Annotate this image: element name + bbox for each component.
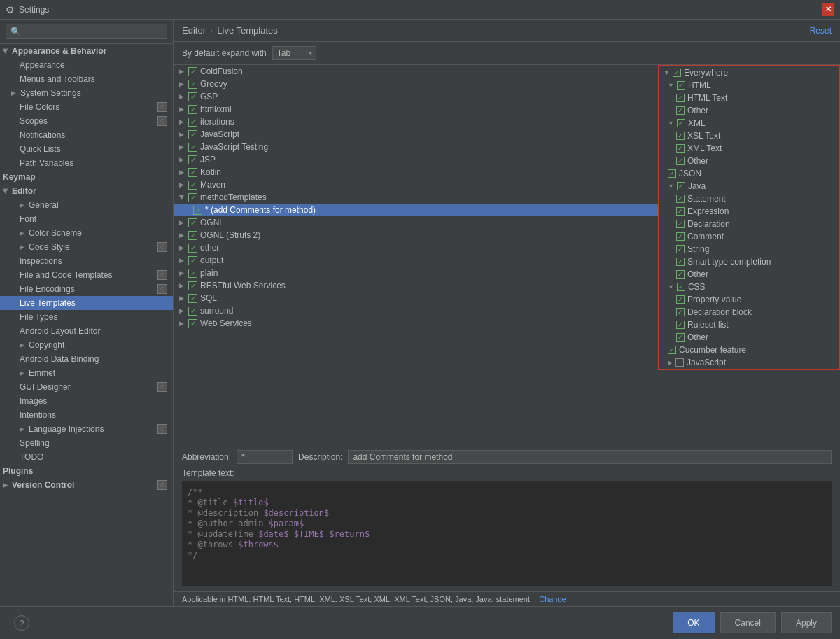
- sidebar-item-intentions[interactable]: Intentions: [0, 408, 173, 422]
- ctx-xml-other[interactable]: ✓ Other: [659, 155, 839, 167]
- sidebar-item-editor[interactable]: ▶ Editor: [0, 184, 173, 198]
- help-button[interactable]: ?: [14, 615, 29, 631]
- check-declaration[interactable]: ✓: [676, 220, 685, 228]
- check-css-other[interactable]: ✓: [676, 333, 685, 342]
- check-everywhere[interactable]: ✓: [673, 69, 681, 77]
- sidebar-item-plugins[interactable]: Plugins: [0, 464, 173, 478]
- ctx-xml-text[interactable]: ✓ XML Text: [659, 142, 839, 155]
- check-css[interactable]: ✓: [677, 283, 685, 291]
- check-smart-type[interactable]: ✓: [676, 258, 685, 266]
- check-java-other[interactable]: ✓: [676, 270, 685, 279]
- check-javascript[interactable]: ✓: [188, 130, 197, 139]
- check-xml[interactable]: ✓: [677, 119, 685, 127]
- ctx-declaration[interactable]: ✓ Declaration: [659, 218, 839, 230]
- check-kotlin[interactable]: ✓: [188, 168, 197, 177]
- sidebar-item-keymap[interactable]: Keymap: [0, 170, 173, 184]
- sidebar-item-android-data-binding[interactable]: Android Data Binding: [0, 352, 173, 366]
- check-maven[interactable]: ✓: [188, 181, 197, 190]
- apply-button[interactable]: Apply: [781, 612, 832, 633]
- check-string[interactable]: ✓: [676, 245, 685, 253]
- sidebar-item-android-layout-editor[interactable]: Android Layout Editor: [0, 324, 173, 338]
- ctx-css[interactable]: ▼ ✓ CSS: [659, 281, 839, 293]
- sidebar-item-font[interactable]: Font: [0, 212, 173, 226]
- check-xsl-text[interactable]: ✓: [676, 132, 685, 140]
- check-plain[interactable]: ✓: [188, 269, 197, 278]
- ctx-xml[interactable]: ▼ ✓ XML: [659, 117, 839, 129]
- sidebar-item-emmet[interactable]: ▶ Emmet: [0, 366, 173, 380]
- close-button[interactable]: ✕: [822, 3, 834, 16]
- sidebar-item-spelling[interactable]: Spelling: [0, 436, 173, 450]
- description-input[interactable]: [348, 450, 832, 464]
- check-property-value[interactable]: ✓: [676, 295, 685, 304]
- check-coldfusion[interactable]: ✓: [188, 67, 197, 76]
- ctx-declaration-block[interactable]: ✓ Declaration block: [659, 306, 839, 318]
- ok-button[interactable]: OK: [673, 612, 714, 633]
- check-html-text[interactable]: ✓: [676, 94, 685, 102]
- change-link[interactable]: Change: [539, 595, 566, 603]
- sidebar-item-file-colors[interactable]: File Colors ⚙: [0, 100, 173, 114]
- sidebar-item-file-types[interactable]: File Types: [0, 310, 173, 324]
- ctx-css-other[interactable]: ✓ Other: [659, 331, 839, 344]
- check-declaration-block[interactable]: ✓: [676, 308, 685, 316]
- check-json[interactable]: ✓: [668, 169, 676, 178]
- check-statement[interactable]: ✓: [676, 195, 685, 203]
- check-web-services[interactable]: ✓: [188, 319, 197, 328]
- ctx-javascript[interactable]: ▶ JavaScript: [659, 356, 839, 369]
- ctx-cucumber[interactable]: ✓ Cucumber feature: [659, 344, 839, 356]
- ctx-comment[interactable]: ✓ Comment: [659, 230, 839, 243]
- check-javascript-ctx[interactable]: [676, 358, 684, 367]
- check-surround[interactable]: ✓: [188, 307, 197, 316]
- ctx-json[interactable]: ✓ JSON: [659, 167, 839, 180]
- sidebar-item-todo[interactable]: TODO: [0, 450, 173, 464]
- check-java[interactable]: ✓: [677, 182, 685, 190]
- check-output[interactable]: ✓: [188, 256, 197, 265]
- ctx-ruleset-list[interactable]: ✓ Ruleset list: [659, 318, 839, 331]
- check-html-other[interactable]: ✓: [676, 106, 685, 115]
- search-input[interactable]: [6, 24, 167, 39]
- sidebar-item-file-code-templates[interactable]: File and Code Templates ⚙: [0, 268, 173, 282]
- sidebar-item-live-templates[interactable]: Live Templates: [0, 296, 173, 310]
- check-ognl[interactable]: ✓: [188, 218, 197, 227]
- check-sql[interactable]: ✓: [188, 294, 197, 303]
- ctx-expression[interactable]: ✓ Expression: [659, 205, 839, 218]
- check-iterations[interactable]: ✓: [188, 118, 197, 127]
- ctx-html-text[interactable]: ✓ HTML Text: [659, 92, 839, 104]
- expand-select[interactable]: Tab Enter Space: [272, 46, 316, 60]
- sidebar-item-notifications[interactable]: Notifications: [0, 128, 173, 142]
- sidebar-item-path-variables[interactable]: Path Variables: [0, 156, 173, 170]
- sidebar-item-version-control[interactable]: ▶ Version Control ⚙: [0, 478, 173, 492]
- sidebar-item-inspections[interactable]: Inspections: [0, 254, 173, 268]
- check-jsp[interactable]: ✓: [188, 155, 197, 164]
- check-html[interactable]: ✓: [677, 81, 685, 90]
- ctx-html-other[interactable]: ✓ Other: [659, 104, 839, 117]
- abbreviation-input[interactable]: [237, 450, 293, 464]
- sidebar-item-code-style[interactable]: ▶ Code Style ⚙: [0, 240, 173, 254]
- ctx-java[interactable]: ▼ ✓ Java: [659, 180, 839, 192]
- sidebar-item-general[interactable]: ▶ General: [0, 198, 173, 212]
- check-gsp[interactable]: ✓: [188, 92, 197, 101]
- ctx-statement[interactable]: ✓ Statement: [659, 192, 839, 205]
- check-ognl-struts[interactable]: ✓: [188, 231, 197, 240]
- sidebar-item-system-settings[interactable]: ▶ System Settings: [0, 86, 173, 100]
- sidebar-item-images[interactable]: Images: [0, 394, 173, 408]
- check-xml-text[interactable]: ✓: [676, 144, 685, 153]
- template-text-area[interactable]: /** * @title $title$ * @description $des…: [182, 481, 832, 586]
- check-ruleset-list[interactable]: ✓: [676, 321, 685, 329]
- sidebar-item-quick-lists[interactable]: Quick Lists: [0, 142, 173, 156]
- reset-button[interactable]: Reset: [810, 26, 832, 36]
- ctx-string[interactable]: ✓ String: [659, 243, 839, 255]
- check-comment[interactable]: ✓: [676, 232, 685, 241]
- check-method-templates[interactable]: ✓: [188, 193, 197, 202]
- check-other[interactable]: ✓: [188, 244, 197, 253]
- sidebar-item-language-injections[interactable]: ▶ Language Injections ⚙: [0, 422, 173, 436]
- sidebar-item-appearance-behavior[interactable]: ▶ Appearance & Behavior: [0, 44, 173, 58]
- sidebar-item-copyright[interactable]: ▶ Copyright: [0, 338, 173, 352]
- ctx-everywhere[interactable]: ▼ ✓ Everywhere: [659, 66, 839, 79]
- ctx-java-other[interactable]: ✓ Other: [659, 268, 839, 281]
- ctx-smart-type[interactable]: ✓ Smart type completion: [659, 255, 839, 268]
- ctx-property-value[interactable]: ✓ Property value: [659, 293, 839, 306]
- check-groovy[interactable]: ✓: [188, 80, 197, 89]
- sidebar-item-file-encodings[interactable]: File Encodings ⚙: [0, 282, 173, 296]
- check-expression[interactable]: ✓: [676, 207, 685, 216]
- sidebar-item-appearance[interactable]: Appearance: [0, 58, 173, 72]
